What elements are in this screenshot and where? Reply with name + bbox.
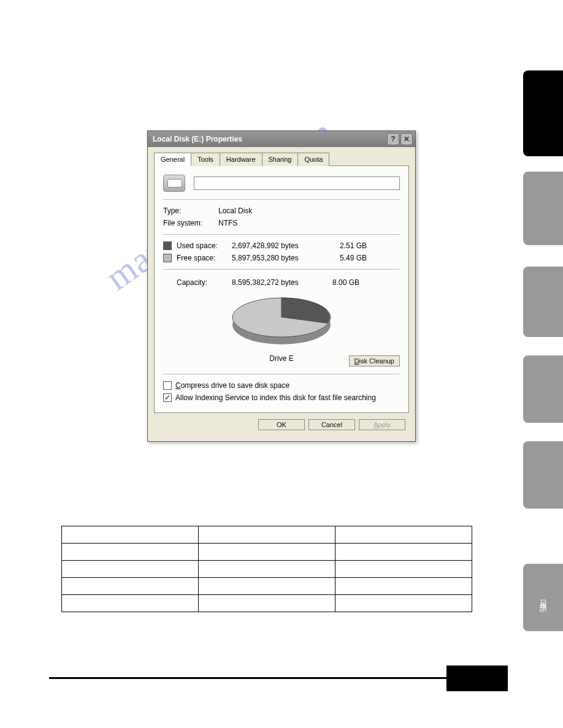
- filesystem-label: File system:: [163, 219, 218, 227]
- capacity-gb: 8.00 GB: [323, 278, 359, 287]
- table-row: [62, 595, 472, 612]
- used-label: Used space:: [177, 241, 232, 250]
- side-tab-6-japanese: 日本語: [523, 564, 563, 631]
- table-row: [62, 561, 472, 578]
- tab-quota[interactable]: Quota: [297, 153, 329, 166]
- table-row: [62, 578, 472, 595]
- free-swatch: [163, 254, 172, 262]
- titlebar[interactable]: Local Disk (E:) Properties ? ✕: [148, 131, 415, 147]
- capacity-label: Capacity:: [177, 278, 232, 287]
- type-label: Type:: [163, 207, 218, 215]
- table-row: [62, 544, 472, 561]
- disk-cleanup-button[interactable]: Disk Cleanup: [349, 355, 400, 366]
- filesystem-value: NTFS: [218, 219, 400, 227]
- compress-label: Compress drive to save disk space: [175, 381, 289, 390]
- type-value: Local Disk: [218, 207, 400, 215]
- close-button[interactable]: ✕: [400, 133, 413, 145]
- indexing-checkbox[interactable]: [163, 393, 172, 402]
- ok-button[interactable]: OK: [258, 419, 305, 430]
- used-swatch: [163, 241, 172, 250]
- used-gb: 2.51 GB: [330, 241, 367, 250]
- tab-tools[interactable]: Tools: [191, 153, 220, 166]
- footer-page-block: [446, 665, 508, 691]
- tab-strip: General Tools Hardware Sharing Quota: [154, 152, 409, 166]
- free-bytes: 5,897,953,280 bytes: [232, 254, 330, 262]
- tab-sharing[interactable]: Sharing: [262, 153, 299, 166]
- properties-dialog: Local Disk (E:) Properties ? ✕ General T…: [147, 131, 416, 442]
- side-tab-1: [523, 70, 563, 156]
- side-tab-5: [523, 441, 563, 509]
- free-gb: 5.49 GB: [330, 254, 367, 262]
- footer-rule: [49, 677, 491, 679]
- help-button[interactable]: ?: [387, 133, 399, 145]
- used-bytes: 2,697,428,992 bytes: [232, 241, 330, 250]
- side-tab-3: [523, 267, 563, 337]
- table-row: [62, 526, 472, 544]
- free-label: Free space:: [177, 254, 232, 262]
- document-table: [61, 526, 472, 612]
- drive-label: Drive E: [226, 354, 337, 363]
- disk-icon: [163, 175, 185, 192]
- pie-chart: Drive E: [226, 289, 337, 363]
- volume-label-input[interactable]: [194, 176, 400, 190]
- tab-hardware[interactable]: Hardware: [220, 153, 262, 166]
- side-tab-2: [523, 172, 563, 245]
- cancel-button[interactable]: Cancel: [308, 419, 355, 430]
- indexing-label: Allow Indexing Service to index this dis…: [175, 393, 376, 402]
- side-tab-4: [523, 355, 563, 423]
- tab-general[interactable]: General: [154, 153, 191, 166]
- tab-panel-general: Type: Local Disk File system: NTFS Used …: [154, 166, 409, 413]
- window-title: Local Disk (E:) Properties: [153, 135, 386, 143]
- compress-checkbox[interactable]: [163, 381, 172, 390]
- capacity-bytes: 8,595,382,272 bytes: [232, 278, 323, 287]
- apply-button[interactable]: Apply: [359, 419, 405, 430]
